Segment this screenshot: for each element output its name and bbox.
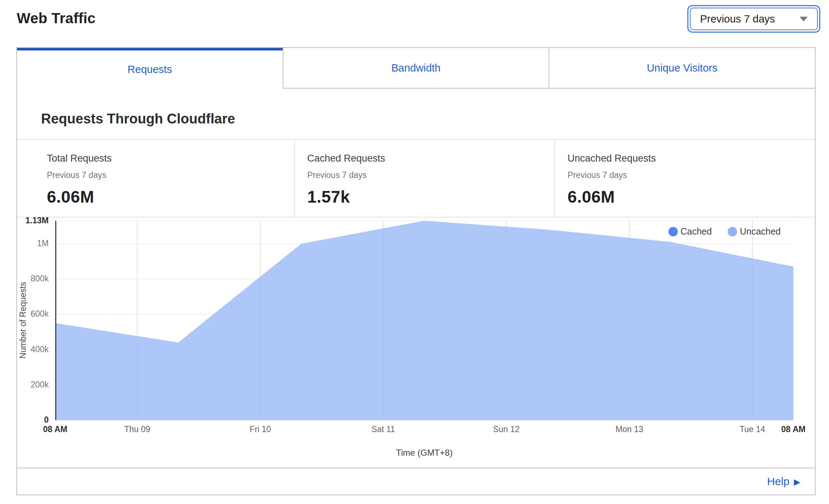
stat-period: Previous 7 days bbox=[47, 170, 294, 180]
tab-bandwidth[interactable]: Bandwidth bbox=[283, 48, 549, 89]
x-tick-label: Sat 11 bbox=[372, 424, 395, 434]
y-tick-label: 1.13M bbox=[25, 216, 49, 225]
stat-period: Previous 7 days bbox=[567, 170, 815, 180]
tab-bar: Requests Bandwidth Unique Visitors bbox=[17, 48, 815, 89]
arrow-right-icon: ▶ bbox=[794, 478, 800, 486]
stat-cached-requests: Cached Requests Previous 7 days 1.57k bbox=[294, 140, 555, 217]
y-tick-label: 800k bbox=[31, 274, 49, 284]
traffic-area-chart[interactable] bbox=[55, 221, 793, 423]
stat-total-requests: Total Requests Previous 7 days 6.06M bbox=[17, 140, 294, 217]
page-title: Web Traffic bbox=[17, 10, 96, 27]
date-range-select[interactable]: Previous 7 days bbox=[687, 5, 820, 33]
x-tick-label: Thu 09 bbox=[124, 424, 150, 434]
stat-label: Cached Requests bbox=[307, 153, 555, 164]
y-tick-label: 1M bbox=[37, 239, 49, 248]
cached-dot-icon bbox=[668, 227, 678, 236]
help-label: Help bbox=[767, 475, 790, 488]
legend-label: Cached bbox=[680, 226, 712, 237]
y-tick-label: 0 bbox=[44, 415, 49, 425]
stat-period: Previous 7 days bbox=[307, 170, 555, 180]
stat-value: 6.06M bbox=[47, 187, 294, 207]
stat-uncached-requests: Uncached Requests Previous 7 days 6.06M bbox=[554, 140, 815, 217]
y-tick-label: 400k bbox=[31, 345, 49, 354]
section-heading: Requests Through Cloudflare bbox=[41, 111, 815, 127]
chevron-down-icon bbox=[800, 17, 808, 21]
legend-label: Uncached bbox=[740, 226, 781, 237]
tab-unique-visitors[interactable]: Unique Visitors bbox=[549, 48, 815, 89]
y-tick-label: 600k bbox=[31, 309, 49, 319]
stat-label: Total Requests bbox=[47, 153, 294, 164]
x-tick-label: 08 AM bbox=[781, 424, 806, 434]
stat-value: 1.57k bbox=[307, 187, 555, 207]
x-axis-title: Time (GMT+8) bbox=[396, 448, 453, 458]
web-traffic-card: Requests Bandwidth Unique Visitors Reque… bbox=[16, 47, 816, 495]
stat-label: Uncached Requests bbox=[567, 153, 815, 164]
stat-value: 6.06M bbox=[567, 187, 815, 207]
area-series-uncached bbox=[55, 221, 793, 420]
tab-requests[interactable]: Requests bbox=[17, 48, 283, 89]
x-tick-label: 08 AM bbox=[43, 424, 68, 434]
help-link[interactable]: Help ▶ bbox=[767, 475, 800, 488]
x-tick-label: Sun 12 bbox=[493, 424, 519, 434]
chart-section: Number of Requests 0200k400k600k800k1M1.… bbox=[17, 218, 815, 470]
y-tick-label: 200k bbox=[31, 380, 49, 390]
legend-item-uncached[interactable]: Uncached bbox=[728, 226, 781, 237]
section-heading-wrap: Requests Through Cloudflare bbox=[17, 89, 815, 140]
date-range-select-inner[interactable]: Previous 7 days bbox=[690, 8, 818, 30]
x-tick-label: Tue 14 bbox=[740, 424, 765, 434]
uncached-dot-icon bbox=[728, 227, 737, 236]
y-axis-ticks: 0200k400k600k800k1M1.13M bbox=[17, 218, 52, 435]
stats-row: Total Requests Previous 7 days 6.06M Cac… bbox=[17, 140, 815, 218]
card-footer: Help ▶ bbox=[17, 468, 815, 495]
legend-item-cached[interactable]: Cached bbox=[668, 226, 712, 237]
date-range-value: Previous 7 days bbox=[700, 13, 775, 25]
x-tick-label: Fri 10 bbox=[250, 424, 271, 434]
x-tick-label: Mon 13 bbox=[615, 424, 643, 434]
chart-legend: Cached Uncached bbox=[668, 226, 781, 237]
